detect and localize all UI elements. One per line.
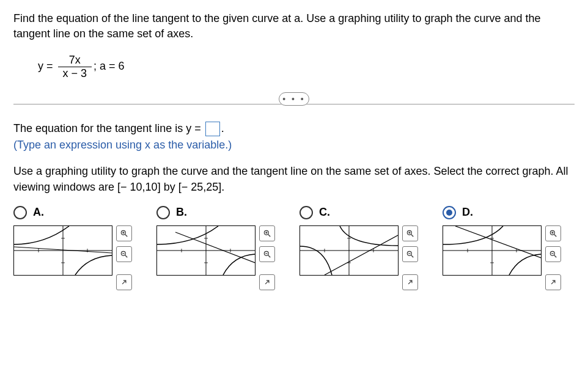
section-divider: • • •: [13, 92, 575, 104]
zoom-in-c[interactable]: [402, 225, 418, 241]
option-c-label: C.: [319, 206, 330, 219]
option-b-head[interactable]: B.: [156, 206, 288, 219]
option-a-head[interactable]: A.: [13, 206, 145, 219]
external-a[interactable]: [116, 274, 132, 290]
radio-a[interactable]: [13, 206, 27, 219]
given-equation: y = 7x x − 3 ; a = 6: [38, 54, 575, 80]
zoom-out-a[interactable]: [116, 246, 132, 262]
graph-instructions: Use a graphing utility to graph the curv…: [13, 164, 575, 194]
fraction-numerator: 7x: [58, 54, 92, 67]
answer-prompt: The equation for the tangent line is y =…: [13, 122, 575, 136]
svg-line-8: [125, 235, 128, 237]
graph-a: [13, 225, 112, 276]
zoom-in-d[interactable]: [545, 225, 561, 241]
radio-b[interactable]: [156, 206, 170, 219]
svg-line-20: [175, 232, 255, 263]
eq-rhs: ; a = 6: [94, 60, 125, 73]
option-b-label: B.: [176, 206, 187, 219]
option-c: C.: [300, 206, 432, 290]
option-d-label: D.: [462, 206, 473, 219]
prompt-suffix: .: [221, 122, 224, 134]
svg-line-26: [268, 255, 271, 258]
zoom-in-a[interactable]: [116, 225, 132, 241]
prompt-prefix: The equation for the tangent line is y =: [13, 122, 201, 134]
option-a-label: A.: [33, 206, 44, 219]
svg-line-50: [554, 235, 557, 237]
fraction: 7x x − 3: [58, 54, 92, 80]
graph-d: [443, 225, 542, 276]
question-text: Find the equation of the line tangent to…: [13, 11, 575, 42]
radio-d[interactable]: [443, 206, 456, 219]
zoom-out-d[interactable]: [545, 246, 561, 262]
svg-line-54: [554, 255, 557, 258]
eq-lhs: y =: [38, 60, 53, 73]
expand-pill[interactable]: • • •: [279, 92, 309, 106]
input-hint: (Type an expression using x as the varia…: [13, 139, 575, 152]
external-c[interactable]: [402, 274, 418, 290]
external-b[interactable]: [259, 274, 275, 290]
option-c-head[interactable]: C.: [300, 206, 432, 219]
zoom-out-c[interactable]: [402, 246, 418, 262]
fraction-denominator: x − 3: [58, 67, 92, 80]
radio-c[interactable]: [300, 206, 313, 219]
svg-line-12: [125, 255, 128, 258]
option-b: B.: [156, 206, 288, 290]
svg-line-22: [268, 235, 271, 237]
svg-line-40: [411, 255, 414, 258]
graph-c: [300, 225, 399, 276]
option-d: D.: [443, 206, 575, 290]
svg-line-36: [411, 235, 414, 237]
options-row: A.: [13, 206, 575, 290]
option-d-head[interactable]: D.: [443, 206, 575, 219]
zoom-in-b[interactable]: [259, 225, 275, 241]
graph-b: [156, 225, 255, 276]
option-a: A.: [13, 206, 145, 290]
external-d[interactable]: [545, 274, 561, 290]
answer-input[interactable]: [205, 122, 220, 136]
zoom-out-b[interactable]: [259, 246, 275, 262]
